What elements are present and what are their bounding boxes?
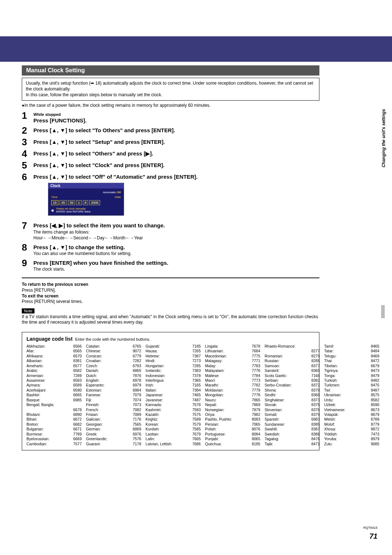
step-main: Press [▲, ▼] to select "Others" and pres… bbox=[33, 150, 319, 157]
lang-code: 8372 bbox=[307, 383, 320, 388]
step-number: 1 bbox=[22, 111, 33, 120]
lang-row: Xhosa:8872 bbox=[324, 427, 379, 432]
lang-name: Turkmen: bbox=[324, 383, 366, 388]
lang-row: Wolof:8779 bbox=[324, 422, 379, 427]
lang-row: Georgian:7565 bbox=[86, 422, 141, 427]
lang-name: Azerbaijani: bbox=[26, 388, 69, 393]
lang-row: Malagasy:7771 bbox=[205, 358, 260, 363]
lang-name: Marathi: bbox=[205, 383, 247, 388]
step-pretext: While stopped bbox=[33, 112, 319, 117]
lang-code: 8385 bbox=[307, 422, 320, 427]
lang-name: Portuguese: bbox=[205, 432, 247, 437]
lang-name: Swahili: bbox=[265, 427, 307, 432]
lang-row: Tonga:8479 bbox=[324, 373, 379, 378]
lang-name: Slovak: bbox=[265, 402, 307, 407]
lang-code: 7473 bbox=[366, 432, 379, 437]
lang-row: Dutch:7876 bbox=[86, 373, 141, 378]
step-6: 6Press [▲, ▼] to select "Off" of "Automa… bbox=[22, 172, 319, 219]
lang-row: Romanian:8279 bbox=[265, 354, 320, 358]
lang-row: Sanskrit:8365 bbox=[265, 368, 320, 373]
lang-code: 7665 bbox=[188, 437, 201, 441]
step-main: Press [▲, ▼] to select "Off" of "Automat… bbox=[33, 174, 319, 180]
lang-name: Tibetan: bbox=[324, 364, 366, 368]
lang-name: Xhosa: bbox=[324, 427, 366, 432]
lang-row: Estonian:6984 bbox=[86, 388, 141, 393]
lang-code: 7869 bbox=[247, 402, 260, 407]
lang-name: Volapük: bbox=[324, 412, 366, 417]
lang-row: Hindi:7273 bbox=[146, 358, 201, 363]
section-title: Manual Clock Setting bbox=[22, 65, 319, 76]
lang-code: 8386 bbox=[307, 432, 320, 437]
lang-name: Greenlandic: bbox=[86, 437, 128, 441]
lang-row: Hungarian:7285 bbox=[146, 364, 201, 368]
lang-row: Kannada:7578 bbox=[146, 402, 201, 407]
lang-row: Russian:8285 bbox=[265, 358, 320, 363]
lang-code: 6577 bbox=[69, 364, 82, 368]
lang-name: Afrikaans: bbox=[26, 354, 69, 358]
step-number: 6 bbox=[22, 172, 33, 182]
lang-name: Wolof: bbox=[324, 422, 366, 427]
lang-code: 6789 bbox=[366, 417, 379, 422]
lang-name: Swedish: bbox=[265, 432, 307, 437]
lang-name: Fiji: bbox=[86, 398, 128, 402]
lang-code: 8376 bbox=[307, 408, 320, 412]
lang-code: 7779 bbox=[247, 388, 260, 393]
lang-code: 8473 bbox=[366, 368, 379, 373]
lang-code: 7265 bbox=[188, 349, 201, 353]
lang-code: 8365 bbox=[307, 368, 320, 373]
lang-code: 6978 bbox=[128, 378, 141, 383]
lang-code: 6565 bbox=[69, 349, 82, 353]
divider bbox=[22, 278, 319, 278]
lang-code: 7583 bbox=[188, 408, 201, 412]
step-main: Press [FUNCTIONS]. bbox=[33, 117, 319, 123]
step-sub1: The items change as follows: bbox=[33, 230, 319, 235]
lang-code: 6976 bbox=[128, 432, 141, 437]
lang-name: Tamil: bbox=[324, 344, 366, 349]
lang-code: 7082 bbox=[128, 408, 141, 412]
lang-name: Bihari: bbox=[26, 417, 69, 422]
step-main: Press [▲, ▼] to select "Setup" and press… bbox=[33, 139, 319, 145]
step-9: 9Press [ENTER] when you have finished th… bbox=[22, 258, 319, 272]
lang-name: Bhutani: bbox=[26, 412, 69, 417]
lang-code: 8084 bbox=[247, 432, 260, 437]
lang-name: Tonga: bbox=[324, 373, 366, 378]
lang-code: 8469 bbox=[366, 354, 379, 358]
lang-row: Greek:6976 bbox=[86, 432, 141, 437]
step-4: 4Press [▲, ▼] to select "Others" and pre… bbox=[22, 149, 319, 158]
lang-row: Serbian:8382 bbox=[265, 378, 320, 383]
lang-name: Moldavian: bbox=[205, 388, 247, 393]
lang-code: 6779 bbox=[128, 354, 141, 358]
lang-code: 7679 bbox=[188, 432, 201, 437]
lang-name: Hindi: bbox=[146, 358, 188, 363]
lang-code: 7776 bbox=[247, 368, 260, 373]
lang-code: 7783 bbox=[247, 364, 260, 368]
lang-code: 8373 bbox=[307, 398, 320, 402]
lang-name: Aymara: bbox=[26, 383, 69, 388]
lang-code: 7782 bbox=[247, 383, 260, 388]
step-main: Press [◀, ▶] to select the item you want… bbox=[33, 222, 319, 229]
return-title-2: To exit the screen bbox=[22, 293, 58, 299]
step-2: 2Press [▲, ▼] to select "To Others" and … bbox=[22, 126, 319, 135]
lang-code: 7789 bbox=[69, 432, 82, 437]
lang-row: Mongolian:7778 bbox=[205, 393, 260, 397]
lang-row: Volapük:8679 bbox=[324, 412, 379, 417]
lang-row: Sindhi:8368 bbox=[265, 393, 320, 397]
lang-row: Catalan:6765 bbox=[86, 344, 141, 349]
lang-code: 8482 bbox=[366, 378, 379, 383]
lang-row: Guarani:7178 bbox=[86, 442, 141, 446]
lang-name: Esperanto: bbox=[86, 383, 128, 388]
lang-name: Malay: bbox=[205, 364, 247, 368]
lang-code: 8083 bbox=[247, 417, 260, 422]
lang-code: 8487 bbox=[366, 388, 379, 393]
lang-col-1: Catalan:6765Chinese:9072Corsican:6779Cro… bbox=[86, 344, 141, 446]
lang-name: Sindhi: bbox=[265, 393, 307, 397]
step-sub1: The clock starts. bbox=[33, 267, 319, 272]
lang-name: Albanian: bbox=[26, 358, 69, 363]
step-main: Press [▲, ▼] to change the setting. bbox=[33, 244, 319, 250]
lang-row: Maltese:7784 bbox=[205, 373, 260, 378]
lang-row: Tibetan:6679 bbox=[324, 364, 379, 368]
lang-code: 6869 bbox=[128, 427, 141, 432]
steps-list: 1While stoppedPress [FUNCTIONS].2Press [… bbox=[22, 111, 319, 272]
lang-code: 8590 bbox=[366, 402, 379, 407]
page-number: 71 bbox=[369, 532, 377, 540]
